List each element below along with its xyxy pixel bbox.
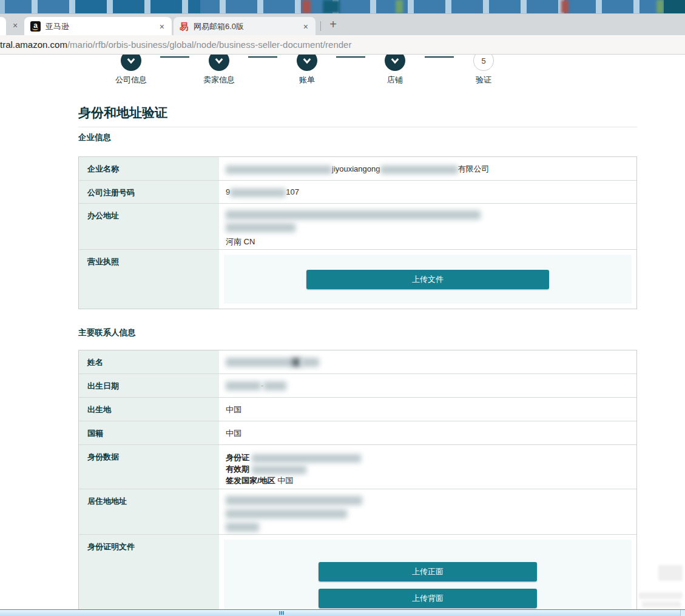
step-label: 公司信息 bbox=[101, 75, 161, 85]
row-label: 出生地 bbox=[79, 398, 219, 421]
table-row: 出生日期 - bbox=[79, 373, 636, 397]
redacted-text bbox=[226, 358, 291, 367]
scrollbar-corner bbox=[680, 610, 685, 616]
step-seller-info: 卖家信息 bbox=[189, 55, 249, 85]
tab-amazon[interactable]: a 亚马逊 × bbox=[24, 17, 172, 36]
registration-number-value: 9107 bbox=[219, 181, 636, 203]
table-row: 国籍 中国 bbox=[79, 421, 636, 444]
step-complete-icon bbox=[385, 55, 405, 71]
redacted-text bbox=[263, 381, 286, 390]
scrollbar-grip-icon[interactable] bbox=[279, 611, 284, 615]
horizontal-scrollbar[interactable] bbox=[0, 609, 685, 616]
step-label: 卖家信息 bbox=[189, 75, 249, 85]
upload-file-button[interactable]: 上传文件 bbox=[306, 270, 549, 289]
watermark bbox=[642, 601, 681, 608]
dob-value: - bbox=[219, 374, 636, 397]
table-row: 公司注册号码 9107 bbox=[79, 180, 636, 203]
desktop-icon-smudge bbox=[656, 0, 664, 13]
primary-contact-table: 姓名 出生日期 - 出生地 中国 国籍 中国 身份数据 身份证 有效期 签发国家… bbox=[78, 350, 637, 609]
upload-panel: 上传文件 bbox=[224, 255, 632, 304]
table-row: 居住地地址 bbox=[79, 489, 636, 534]
row-label: 身份证明文件 bbox=[79, 535, 219, 609]
url-path: /mario/rfb/orbis-business/global/node/bu… bbox=[67, 39, 352, 50]
tab-netease-mail[interactable]: 易 网易邮箱6.0版 × bbox=[174, 17, 316, 36]
row-label: 身份数据 bbox=[79, 445, 219, 489]
browser-tab-bar: × a 亚马逊 × 易 网易邮箱6.0版 × + bbox=[0, 13, 685, 35]
amazon-favicon-icon: a bbox=[30, 21, 41, 32]
url-host: tral.amazon.com bbox=[0, 39, 67, 50]
divider bbox=[78, 127, 637, 127]
business-info-table: 企业名称 jiyouxiangong有限公司 公司注册号码 9107 办公地址 … bbox=[78, 156, 637, 309]
redacted-text bbox=[226, 496, 362, 505]
watermark bbox=[658, 565, 683, 581]
close-icon[interactable]: × bbox=[302, 22, 309, 32]
tab-title: 网易邮箱6.0版 bbox=[194, 21, 297, 32]
redacted-text bbox=[230, 189, 286, 197]
address-bar[interactable]: tral.amazon.com/mario/rfb/orbis-business… bbox=[0, 35, 685, 55]
step-number-badge: 5 bbox=[473, 55, 494, 71]
upload-back-button[interactable]: 上传背面 bbox=[319, 589, 537, 608]
upload-panel: 上传正面 上传背面 bbox=[224, 540, 632, 609]
section-title-business: 企业信息 bbox=[78, 132, 111, 143]
contact-name-value bbox=[219, 350, 636, 373]
redacted-text bbox=[226, 210, 481, 219]
redacted-text bbox=[380, 166, 458, 174]
step-verification: 5 验证 bbox=[453, 55, 514, 85]
netease-mail-favicon-icon: 易 bbox=[180, 22, 189, 31]
page-content: 公司信息 卖家信息 账单 店铺 5 验证 身份和地址验证 企业信息 企业名称 j… bbox=[0, 55, 685, 609]
step-connector bbox=[425, 56, 454, 58]
birthplace-value: 中国 bbox=[219, 398, 636, 421]
desktop-icon-smudge bbox=[396, 0, 403, 13]
redacted-text bbox=[226, 509, 347, 518]
table-row: 出生地 中国 bbox=[79, 397, 636, 421]
upload-front-button[interactable]: 上传正面 bbox=[319, 562, 537, 581]
redacted-text bbox=[226, 523, 259, 532]
table-row: 身份数据 身份证 有效期 签发国家/地区 中国 bbox=[79, 444, 636, 489]
step-label: 账单 bbox=[277, 75, 337, 85]
row-label: 居住地地址 bbox=[79, 489, 219, 534]
table-row: 营业执照 上传文件 bbox=[79, 249, 636, 309]
row-label: 出生日期 bbox=[79, 374, 219, 397]
tab-separator bbox=[320, 21, 321, 31]
table-row: 企业名称 jiyouxiangong有限公司 bbox=[79, 157, 636, 180]
office-address-value: 河南 CN bbox=[219, 204, 636, 249]
row-label: 营业执照 bbox=[79, 250, 219, 309]
close-icon[interactable]: × bbox=[158, 22, 166, 32]
business-name-value: jiyouxiangong有限公司 bbox=[219, 157, 636, 180]
page-title: 身份和地址验证 bbox=[78, 104, 167, 121]
close-icon[interactable]: × bbox=[13, 21, 18, 30]
desktop-icon-smudge bbox=[323, 0, 340, 13]
identity-document-cell: 上传正面 上传背面 bbox=[219, 535, 636, 609]
step-store: 店铺 bbox=[365, 55, 425, 85]
redacted-text bbox=[291, 358, 301, 367]
new-tab-button[interactable]: + bbox=[326, 18, 340, 32]
step-connector bbox=[160, 56, 189, 58]
table-row: 姓名 bbox=[79, 350, 636, 373]
watermark bbox=[639, 592, 683, 599]
redacted-text bbox=[301, 358, 319, 367]
row-label: 企业名称 bbox=[79, 157, 219, 180]
row-label: 姓名 bbox=[79, 350, 219, 373]
step-complete-icon bbox=[121, 55, 141, 71]
desktop-icon-smudge bbox=[561, 0, 569, 13]
table-row: 身份证明文件 上传正面 上传背面 bbox=[79, 534, 636, 609]
redacted-text bbox=[226, 166, 332, 174]
nationality-value: 中国 bbox=[219, 421, 636, 444]
desktop-icon-smudge bbox=[302, 0, 311, 13]
table-row: 办公地址 河南 CN bbox=[79, 203, 636, 249]
partial-offscreen-tab[interactable] bbox=[0, 17, 6, 36]
step-company-info: 公司信息 bbox=[101, 55, 161, 85]
section-title-contact: 主要联系人信息 bbox=[78, 327, 136, 338]
redacted-text bbox=[252, 466, 306, 474]
row-label: 办公地址 bbox=[79, 204, 219, 249]
redacted-text bbox=[252, 454, 361, 463]
tab-title: 亚马逊 bbox=[46, 21, 154, 32]
desktop-icon-smudge bbox=[664, 0, 685, 13]
row-label: 国籍 bbox=[79, 421, 219, 444]
step-connector bbox=[336, 56, 365, 58]
step-label: 验证 bbox=[453, 75, 514, 85]
redacted-text bbox=[226, 381, 261, 390]
step-label: 店铺 bbox=[365, 75, 425, 85]
business-license-cell: 上传文件 bbox=[219, 250, 636, 309]
step-billing: 账单 bbox=[277, 55, 337, 85]
